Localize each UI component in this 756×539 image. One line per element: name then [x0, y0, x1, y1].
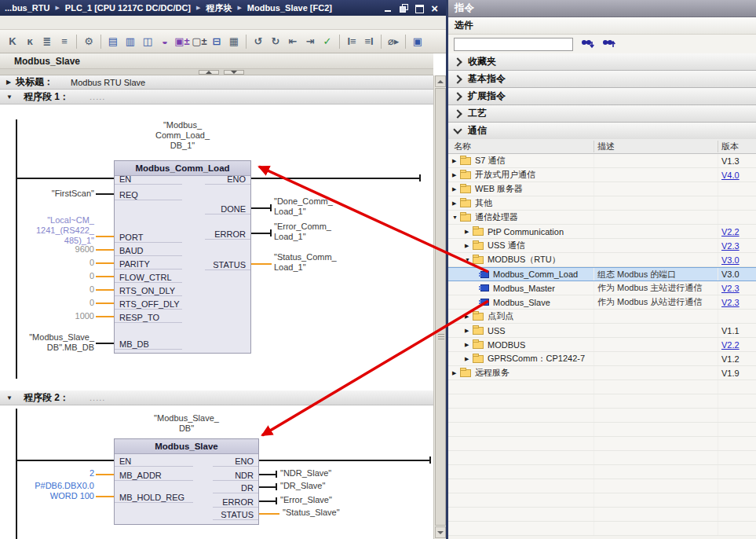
open-branch-icon[interactable]: ⊟ [209, 34, 225, 50]
operand-info-right-icon[interactable]: ≡I [361, 34, 377, 50]
breadcrumb-project[interactable]: ...bus_RTU [5, 3, 49, 13]
rename-tag-icon[interactable]: K [5, 34, 20, 50]
pin-mb-addr[interactable]: MB_ADDR [115, 470, 193, 481]
undo-action-icon[interactable]: ↺ [250, 34, 266, 50]
pin-parity[interactable]: PARITY [115, 258, 182, 270]
pin-status[interactable]: STATUS [213, 509, 258, 520]
rts-on-dly-operand[interactable]: 0 [0, 284, 94, 295]
req-operand[interactable]: "FirstScan" [0, 189, 94, 199]
pin-port[interactable]: PORT [115, 232, 182, 243]
search-usages-icon[interactable]: ⌀▸ [385, 34, 401, 50]
flow-ctrl-operand[interactable]: 0 [0, 271, 94, 281]
show-all-networks-icon[interactable]: ▤ [105, 34, 121, 50]
expand-arrow-icon[interactable]: ▶ [465, 243, 473, 249]
expand-arrow-icon[interactable]: ▶ [452, 172, 460, 178]
collapse-arrow-icon[interactable]: ▼ [6, 94, 16, 101]
section-extended-instructions[interactable]: 扩展指令 [448, 88, 756, 105]
goto-prev-usage-icon[interactable]: ⇤ [285, 34, 301, 50]
collapse-arrow-icon[interactable]: ▼ [465, 257, 473, 262]
collapse-up-button[interactable] [199, 70, 219, 75]
operand-info-left-icon[interactable]: I≡ [344, 34, 360, 50]
column-version[interactable]: 版本 [718, 141, 739, 152]
tree-row-web-[interactable]: ▶WEB 服务器 [448, 182, 756, 196]
pin-error[interactable]: ERROR [213, 497, 258, 508]
expand-arrow-icon[interactable]: ▶ [452, 370, 460, 376]
scrollbar-thumb[interactable] [435, 88, 446, 526]
tree-row-gprscomm-cp1242-7[interactable]: ▶GPRSComm：CP1242-7V1.2 [448, 352, 756, 366]
version-link[interactable]: V2.3 [718, 298, 740, 307]
pin-rts-on-dly[interactable]: RTS_ON_DLY [115, 285, 182, 296]
section-basic-instructions[interactable]: 基本指令 [448, 71, 756, 88]
parity-operand[interactable]: 0 [0, 258, 94, 268]
pin-resp-to[interactable]: RESP_TO [115, 312, 182, 323]
pin-eno[interactable]: ENO [213, 456, 258, 467]
expand-arrow-icon[interactable]: ▶ [6, 79, 16, 86]
version-link[interactable]: V4.0 [718, 170, 740, 180]
tree-row--[interactable]: ▶其他 [448, 196, 756, 211]
modbus-slave-block[interactable]: Modbus_Slave EN MB_ADDR MB_HOLD_REG ENO … [114, 438, 259, 525]
pin-ndr[interactable]: NDR [213, 470, 258, 481]
tree-row--[interactable]: ▶远程服务V1.9 [448, 366, 756, 380]
mb-db-operand[interactable]: "Modbus_Slave_ DB".MB_DB [0, 332, 94, 353]
search-down-icon[interactable] [581, 38, 594, 50]
rewire-tag-icon[interactable]: ĸ [22, 34, 38, 50]
pin-en[interactable]: EN [115, 174, 182, 185]
expand-arrow-icon[interactable]: ▶ [465, 314, 473, 320]
open-all-networks-icon[interactable]: ▥ [122, 34, 138, 50]
block-title-band[interactable]: ▶ 块标题： Modbus RTU Slave [0, 75, 433, 90]
redo-action-icon[interactable]: ↻ [268, 34, 283, 50]
pin-rts-off-dly[interactable]: RTS_OFF_DLY [115, 299, 182, 310]
pin-baud[interactable]: BAUD [115, 245, 182, 256]
port-operand[interactable]: "Local~CM_ 1241_(RS422_ 485)_1" [0, 215, 94, 246]
close-button[interactable]: × [431, 4, 438, 13]
tree-row-s7-[interactable]: ▶S7 通信V1.3 [448, 154, 756, 168]
error-operand[interactable]: "Error_Comm_ Load_1" [274, 222, 376, 242]
network-1-comment[interactable]: ..... [89, 92, 105, 101]
pin-error[interactable]: ERROR [205, 229, 250, 240]
tree-row-modbus_slave[interactable]: Modbus_Slave作为 Modbus 从站进行通信V2.3 [448, 295, 756, 310]
resp-to-operand[interactable]: 1000 [0, 311, 94, 321]
pin-flow-ctrl[interactable]: FLOW_CTRL [115, 272, 182, 283]
tree-row-uss-[interactable]: ▶USS 通信V2.3 [448, 239, 756, 253]
editor-tab-label[interactable]: Modbus_Slave [14, 56, 80, 67]
pin-done[interactable]: DONE [205, 204, 250, 214]
pin-mb-db[interactable]: MB_DB [115, 339, 182, 350]
collapse-down-button[interactable] [224, 70, 244, 75]
tree-row-modbus_comm_load[interactable]: Modbus_Comm_Load组态 Modbus 的端口V3.0 [448, 267, 756, 281]
fb-box-call-icon[interactable]: ▣± [174, 34, 190, 50]
expand-operands-icon[interactable]: ≣ [39, 34, 55, 50]
expand-arrow-icon[interactable]: ▶ [452, 158, 460, 164]
status-operand[interactable]: "Status_Comm_ Load_1" [274, 252, 376, 273]
section-technology[interactable]: 工艺 [448, 105, 756, 123]
tree-row-modbus[interactable]: ▶MODBUSV2.2 [448, 338, 756, 352]
section-favorites[interactable]: 收藏夹 [448, 53, 756, 71]
baud-operand[interactable]: 9600 [0, 244, 94, 255]
collapse-arrow-icon[interactable]: ▼ [6, 394, 16, 402]
expand-arrow-icon[interactable]: ▶ [465, 356, 473, 362]
column-name[interactable]: 名称 [448, 141, 594, 152]
ndr-operand[interactable]: "NDR_Slave" [280, 468, 382, 478]
tree-row-uss[interactable]: ▶USSV1.1 [448, 324, 756, 338]
tree-row-modbus_master[interactable]: Modbus_Master作为 Modbus 主站进行通信V2.3 [448, 281, 756, 295]
tree-row--[interactable]: ▶开放式用户通信V4.0 [448, 168, 756, 182]
pin-req[interactable]: REQ [115, 189, 182, 200]
breadcrumb-program-blocks[interactable]: 程序块 [206, 2, 232, 14]
tree-row--[interactable]: ▶点到点 [448, 310, 756, 324]
minimize-button[interactable] [384, 4, 393, 13]
pin-dr[interactable]: DR [213, 482, 258, 493]
done-operand[interactable]: "Done_Comm_ Load_1" [274, 196, 376, 217]
network-2-comment[interactable]: ..... [89, 393, 105, 402]
expand-arrow-icon[interactable]: ▶ [465, 328, 473, 334]
version-link[interactable]: V2.3 [718, 284, 740, 293]
expand-arrow-icon[interactable]: ▶ [465, 229, 473, 235]
version-link[interactable]: V3.0 [718, 255, 740, 265]
version-link[interactable]: V2.2 [718, 340, 740, 350]
version-link[interactable]: V2.3 [718, 241, 740, 251]
collapse-arrow-icon[interactable]: ▼ [452, 214, 460, 220]
mb-hold-reg-operand[interactable]: P#DB6.DBX0.0 WORD 100 [0, 481, 94, 501]
expand-arrow-icon[interactable]: ▶ [465, 342, 473, 348]
tree-row--[interactable]: ▼通信处理器 [448, 211, 756, 225]
editor-vertical-scrollbar[interactable] [433, 75, 446, 539]
expand-arrow-icon[interactable]: ▶ [452, 200, 460, 207]
goto-next-usage-icon[interactable]: ⇥ [302, 34, 318, 50]
